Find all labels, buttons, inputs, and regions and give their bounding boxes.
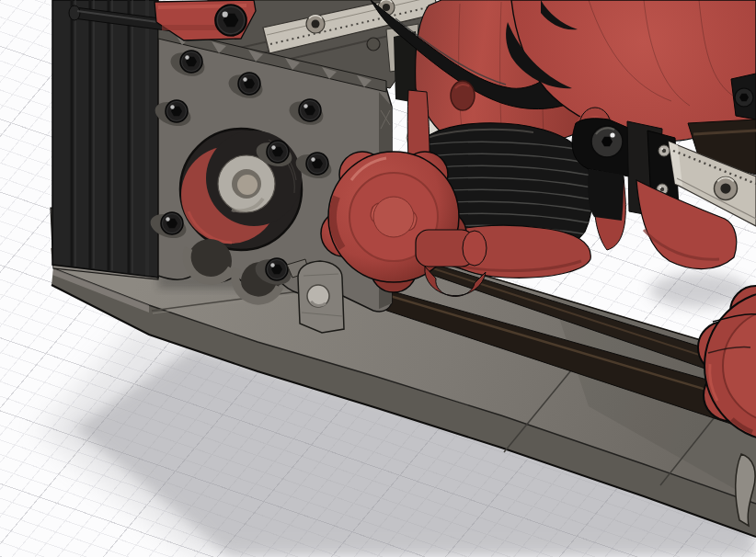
plate-screw[interactable] bbox=[267, 141, 289, 163]
plate-screw[interactable] bbox=[266, 258, 288, 280]
plate-screw[interactable] bbox=[299, 99, 321, 121]
cad-viewport[interactable] bbox=[0, 0, 756, 557]
plate-screw[interactable] bbox=[238, 73, 260, 95]
clamp-hole bbox=[307, 285, 329, 307]
plate-screw[interactable] bbox=[306, 153, 328, 175]
plate-screw[interactable] bbox=[180, 51, 202, 73]
extrusion-column[interactable] bbox=[52, 0, 158, 278]
plate-screw[interactable] bbox=[161, 212, 183, 234]
plate-screw[interactable] bbox=[166, 100, 188, 122]
right-rail-group[interactable] bbox=[636, 119, 756, 269]
rail-countersunk-hole bbox=[715, 177, 738, 200]
bracket-screw[interactable] bbox=[215, 5, 246, 36]
rail-countersunk-hole bbox=[306, 15, 325, 33]
bracket-screw-small[interactable] bbox=[659, 145, 670, 156]
block-hole bbox=[367, 38, 380, 51]
